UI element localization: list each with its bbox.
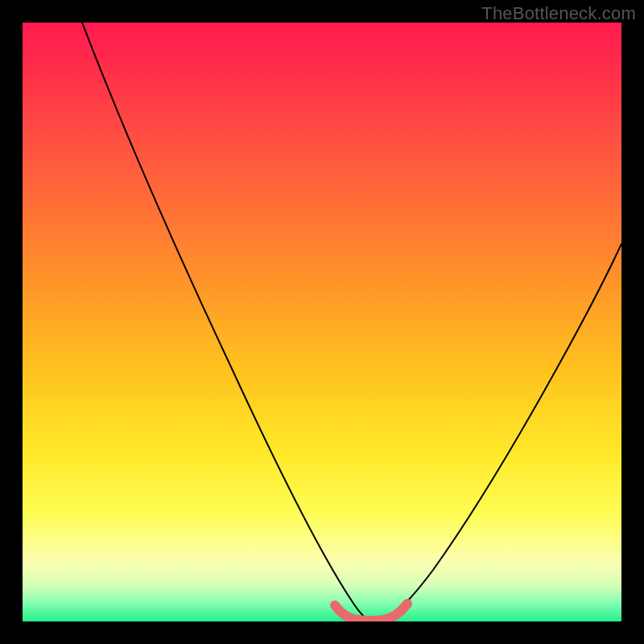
curve-left-branch <box>82 23 370 621</box>
chart-frame: TheBottleneck.com <box>0 0 644 644</box>
watermark-text: TheBottleneck.com <box>481 3 636 24</box>
curve-layer <box>23 23 621 621</box>
curve-right-branch <box>370 244 621 621</box>
plot-area <box>23 23 621 621</box>
curve-trough-highlight <box>335 604 407 621</box>
